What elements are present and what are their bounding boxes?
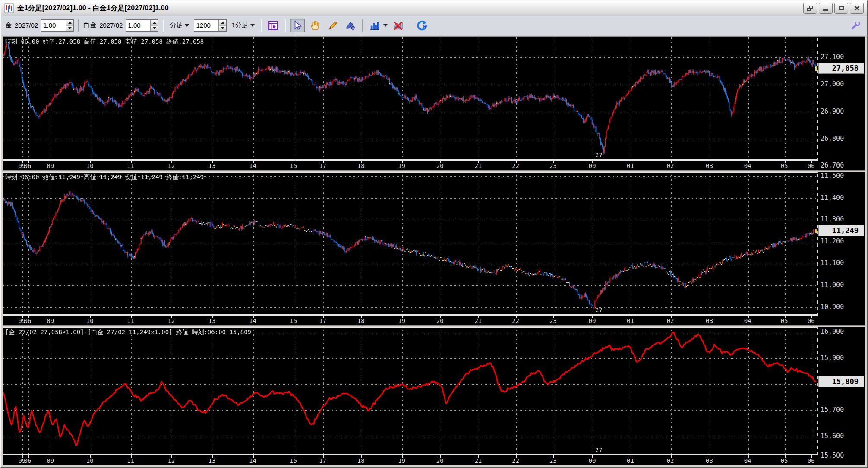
restore-layout-button[interactable] [803, 3, 817, 14]
arrow-down-icon [221, 27, 224, 29]
app-candlestick-icon [4, 3, 14, 13]
gold-label: 金 [5, 21, 12, 29]
delete-bar-chart-icon [393, 20, 403, 31]
pencil-tool-button[interactable] [325, 19, 340, 32]
timeframe-label: 1分足 [231, 21, 248, 29]
chart-type-dropdown-arrow-icon[interactable] [383, 24, 388, 27]
arrow-up-icon [221, 22, 224, 24]
restore-icon [807, 6, 813, 11]
time-axis-label: 13 [208, 162, 216, 169]
time-axis-label: 09 [47, 162, 54, 169]
platinum-time-axis: 0906091011121314151718192021222300010203… [3, 315, 818, 325]
arrow-down-icon [68, 27, 72, 29]
price-axis-label: 11,400 [821, 194, 844, 202]
time-axis-label: 03 [706, 457, 713, 464]
time-axis-label: 11 [127, 162, 134, 169]
interval-dropdown[interactable]: 分足 [168, 20, 191, 30]
spread-chart-canvas[interactable] [3, 328, 817, 454]
time-axis-label: 02 [667, 457, 674, 464]
time-axis-label: 10 [86, 457, 94, 464]
dropdown-arrow-icon [250, 24, 255, 27]
app-window: 金1分足[2027/02]1.00 - 白金1分足[2027/02]1.00 金… [0, 0, 868, 468]
maximize-button[interactable] [834, 3, 848, 14]
chart-cursor-tool-button[interactable] [266, 19, 281, 32]
gold-multiplier-spinbox [41, 19, 74, 32]
bar-count-input[interactable] [194, 20, 218, 31]
bar-count-up-button[interactable] [219, 20, 226, 25]
platinum-price-axis: 11,50011,40011,30011,20011,10011,00010,9… [818, 172, 865, 325]
pan-hand-tool-button[interactable] [308, 19, 322, 32]
price-axis-label: 11,200 [821, 237, 844, 245]
toolbar-separator [163, 19, 164, 32]
chart-type-button[interactable] [367, 19, 382, 32]
price-axis-label: 15,700 [821, 406, 844, 414]
platinum-multiplier-down-button[interactable] [151, 25, 158, 31]
close-button[interactable] [850, 3, 864, 14]
time-axis-label: 18 [357, 162, 365, 169]
time-axis-label: 14 [249, 317, 256, 324]
charts-area: 時刻:06:00 始値:27,058 高値:27,058 安値:27,058 終… [1, 35, 867, 467]
time-axis-label: 11 [127, 457, 134, 464]
time-axis-label: 06 [24, 317, 32, 324]
select-cursor-tool-button[interactable] [290, 19, 305, 32]
spread-chart-panel: [金 27/02 27,058×1.00]-[白金 27/02 11,249×1… [3, 327, 865, 465]
time-axis-label: 01 [627, 457, 634, 464]
time-axis-label: 12 [167, 317, 175, 324]
price-axis-label: 11,100 [821, 259, 844, 267]
time-axis-label: 01 [627, 317, 634, 324]
time-axis-label: 20 [436, 457, 444, 464]
settings-wrench-icon [850, 20, 861, 31]
price-axis-label: 15,600 [821, 432, 844, 440]
price-axis-label: 15,900 [821, 354, 844, 362]
close-icon [854, 5, 860, 11]
arrow-up-icon [68, 22, 72, 24]
platinum-chart-plot: 時刻:06:00 始値:11,249 高値:11,249 安値:11,249 終… [3, 172, 818, 315]
time-axis-label: 23 [549, 162, 557, 169]
time-axis-label: 15 [290, 457, 297, 464]
time-axis-label: 04 [744, 317, 751, 324]
platinum-multiplier-input[interactable] [126, 20, 150, 31]
price-axis-label: 27,100 [821, 53, 844, 61]
marker-crosshair-tool-button[interactable] [343, 19, 358, 32]
time-axis-label: 01 [627, 162, 634, 169]
bar-count-down-button[interactable] [219, 25, 226, 31]
timeframe-dropdown[interactable]: 1分足 [230, 20, 256, 30]
gold-multiplier-down-button[interactable] [66, 25, 73, 31]
time-axis-label: 21 [474, 162, 482, 169]
time-axis-label: 15 [290, 317, 297, 324]
time-axis-label: 22 [512, 162, 519, 169]
interval-label: 分足 [170, 21, 183, 29]
maximize-icon [839, 6, 844, 10]
time-axis-label: 12 [167, 162, 175, 169]
title-bar[interactable]: 金1分足[2027/02]1.00 - 白金1分足[2027/02]1.00 [1, 1, 867, 16]
gold-chart-canvas[interactable] [3, 37, 817, 159]
platinum-chart-canvas[interactable] [3, 173, 817, 314]
time-axis-label: 02 [667, 162, 674, 169]
pencil-icon [328, 20, 338, 31]
price-axis-label: 26,900 [821, 108, 844, 115]
gold-contract-label: 2027/02 [15, 22, 38, 29]
price-axis-label: 11,500 [821, 172, 844, 180]
platinum-multiplier-up-button[interactable] [151, 20, 158, 25]
toolbar-separator [362, 19, 363, 32]
settings-button[interactable] [848, 19, 863, 32]
price-axis-label: 26,800 [821, 135, 844, 142]
time-axis-label: 04 [744, 457, 751, 464]
minimize-button[interactable] [819, 3, 833, 14]
gold-multiplier-input[interactable] [41, 20, 66, 31]
time-axis-label: 09 [47, 317, 54, 324]
refresh-button[interactable]: R [415, 19, 429, 32]
time-axis-label: 12 [167, 457, 175, 464]
date-change-marker: 27 [595, 446, 603, 453]
spread-info: [金 27/02 27,058×1.00]-[白金 27/02 11,249×1… [5, 329, 251, 336]
time-axis-label: 17 [319, 317, 326, 324]
gold-multiplier-up-button[interactable] [66, 20, 73, 25]
price-axis-label: 11,000 [821, 281, 844, 289]
delete-chart-button[interactable] [391, 19, 405, 32]
date-change-marker: 27 [595, 307, 603, 313]
gold-ohlc-info: 時刻:06:00 始値:27,058 高値:27,058 安値:27,058 終… [5, 38, 204, 46]
platinum-chart-panel: 時刻:06:00 始値:11,249 高値:11,249 安値:11,249 終… [3, 172, 865, 326]
time-axis-label: 02 [667, 317, 674, 324]
price-axis-label: 27,000 [821, 80, 844, 88]
time-axis-label: 00 [588, 457, 596, 464]
